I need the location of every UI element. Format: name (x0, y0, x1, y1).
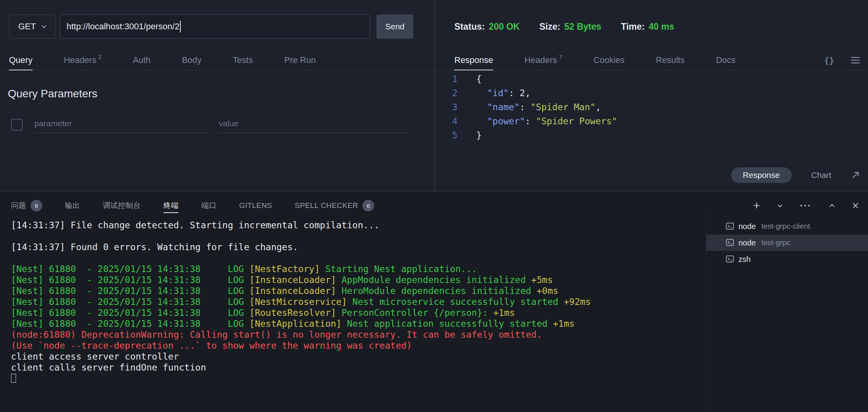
response-tab-cookies[interactable]: Cookies (594, 50, 625, 70)
json-token: : (509, 88, 520, 98)
size-label: Size: (539, 21, 560, 32)
url-text: http://localhost:3001/person/2 (67, 21, 180, 32)
response-json-line: 5} (435, 128, 868, 142)
panel-close-icon[interactable] (852, 202, 859, 209)
terminal-line: [14:31:37] Found 0 errors. Watching for … (11, 242, 591, 253)
menu-icon[interactable] (851, 56, 860, 64)
request-tab-label: Headers (64, 55, 96, 65)
terminal-text: [InstanceLoader] (249, 286, 341, 296)
terminal-text: +5ms (531, 275, 553, 285)
terminal-text: Nest application successfully started (347, 319, 553, 329)
chart-view-button[interactable]: Chart (809, 167, 834, 183)
response-panel: Status:200 OK Size:52 Bytes Time:40 ms R… (435, 0, 868, 191)
braces-icon[interactable]: {} (824, 56, 835, 65)
terminal-tab-输出[interactable]: 输出 (65, 197, 80, 214)
terminal-tab-终端[interactable]: 终端 (164, 197, 179, 214)
terminal-line: [Nest] 61880 - 2025/01/15 14:31:38 LOG [… (11, 263, 591, 274)
value-input[interactable] (218, 116, 410, 133)
json-token: 2 (520, 88, 525, 98)
size-group: Size:52 Bytes (539, 21, 601, 32)
status-group: Status:200 OK (454, 21, 520, 32)
request-tab-label: Pre Run (284, 55, 316, 65)
json-token: , (596, 102, 601, 112)
terminal-text: AppModule dependencies initialized (342, 275, 531, 285)
json-token (476, 102, 487, 112)
request-tab-badge: 2 (98, 54, 101, 60)
response-view-button[interactable]: Response (731, 167, 792, 183)
terminal-session-node-test-grpc[interactable]: nodetest-grpc (706, 235, 868, 251)
terminal-line: (node:61880) DeprecationWarning: Calling… (11, 329, 591, 340)
terminal-text: [Nest] 61880 - 2025/01/15 14:31:38 LOG (11, 286, 249, 296)
terminal-tab-问题[interactable]: 问题8 (11, 197, 42, 214)
request-tab-label: Tests (233, 55, 253, 65)
response-tab-results[interactable]: Results (656, 50, 684, 70)
response-view-toggle: Response Chart (731, 167, 860, 183)
terminal-output[interactable]: [14:31:37] File change detected. Startin… (11, 220, 591, 384)
terminal-tab-label: 调试控制台 (103, 201, 141, 211)
terminal-line: client access server controller (11, 351, 591, 362)
request-tab-headers[interactable]: Headers2 (64, 50, 102, 70)
terminal-session-node-test-grpc-client[interactable]: nodetest-grpc-client (706, 218, 868, 235)
method-select[interactable]: GET (9, 14, 56, 39)
terminal-tab-label: 端口 (201, 201, 216, 211)
terminal-tab-spell-checker[interactable]: SPELL CHECKER6 (295, 197, 374, 214)
json-token: : (525, 116, 536, 126)
time-group: Time:40 ms (621, 21, 674, 32)
terminal-tab-gitlens[interactable]: GITLENS (239, 197, 272, 214)
line-number: 4 (447, 114, 457, 128)
response-tab-headers[interactable]: Headers7 (524, 50, 562, 70)
json-token: { (476, 74, 482, 84)
response-tab-response[interactable]: Response (454, 50, 493, 70)
request-tab-auth[interactable]: Auth (133, 50, 150, 70)
request-tab-tests[interactable]: Tests (233, 50, 253, 70)
time-value: 40 ms (648, 21, 674, 32)
line-number: 2 (447, 86, 457, 100)
request-bar: GET http://localhost:3001/person/2 Send (9, 14, 413, 39)
response-tab-label: Results (656, 55, 684, 65)
terminal-panel: 问题8输出调试控制台终端端口GITLENSSPELL CHECKER6 + ··… (0, 191, 868, 412)
request-tab-pre-run[interactable]: Pre Run (284, 50, 316, 70)
terminal-text: [InstanceLoader] (249, 275, 341, 285)
request-tabs: QueryHeaders2AuthBodyTestsPre Run (0, 50, 434, 70)
panel-maximize-chevron-icon[interactable] (829, 204, 835, 208)
request-tab-query[interactable]: Query (9, 50, 32, 70)
response-tab-label: Cookies (594, 55, 625, 65)
more-actions-icon[interactable]: ··· (800, 200, 812, 211)
terminal-tab-badge: 6 (362, 200, 374, 211)
request-tab-body[interactable]: Body (182, 50, 202, 70)
terminal-line: [Nest] 61880 - 2025/01/15 14:31:38 LOG [… (11, 307, 591, 318)
request-tab-label: Body (182, 55, 202, 65)
terminal-profile-chevron-icon[interactable] (777, 204, 783, 208)
terminal-tab-调试控制台[interactable]: 调试控制台 (103, 197, 141, 214)
json-token: : (520, 102, 531, 112)
terminal-text: [NestFactory] (249, 264, 325, 274)
json-token: "id" (487, 88, 509, 98)
response-json-line: 3 "name": "Spider Man", (435, 100, 868, 114)
terminal-line: client calls server findOne function (11, 362, 591, 373)
request-tab-label: Auth (133, 55, 150, 65)
json-token: "power" (487, 116, 525, 126)
url-input[interactable]: http://localhost:3001/person/2 (60, 14, 370, 39)
terminal-tab-label: 输出 (65, 201, 80, 211)
status-value: 200 OK (489, 21, 520, 32)
terminal-text: [14:31:37] Found 0 errors. Watching for … (11, 242, 298, 252)
new-terminal-button[interactable]: + (753, 200, 760, 211)
terminal-tab-label: 问题 (11, 201, 26, 211)
expand-icon[interactable] (851, 170, 860, 180)
parameter-input[interactable] (34, 116, 207, 133)
send-button[interactable]: Send (376, 14, 413, 39)
api-client-window: GET http://localhost:3001/person/2 Send … (0, 0, 868, 412)
terminal-session-zsh[interactable]: zsh (706, 251, 868, 267)
terminal-tab-端口[interactable]: 端口 (201, 197, 216, 214)
response-tab-docs[interactable]: Docs (716, 50, 735, 70)
terminal-text: [RoutesResolver] (249, 308, 341, 318)
terminal-line: [Nest] 61880 - 2025/01/15 14:31:38 LOG [… (11, 274, 591, 285)
json-token: } (476, 130, 482, 140)
terminal-text: Nest microservice successfully started (352, 297, 564, 307)
terminal-line: [Nest] 61880 - 2025/01/15 14:31:38 LOG [… (11, 318, 591, 329)
param-checkbox[interactable] (11, 119, 23, 131)
request-panel: GET http://localhost:3001/person/2 Send … (0, 0, 435, 191)
line-content: } (476, 130, 482, 140)
terminal-text: +1ms (553, 319, 574, 329)
line-number: 3 (447, 100, 457, 114)
